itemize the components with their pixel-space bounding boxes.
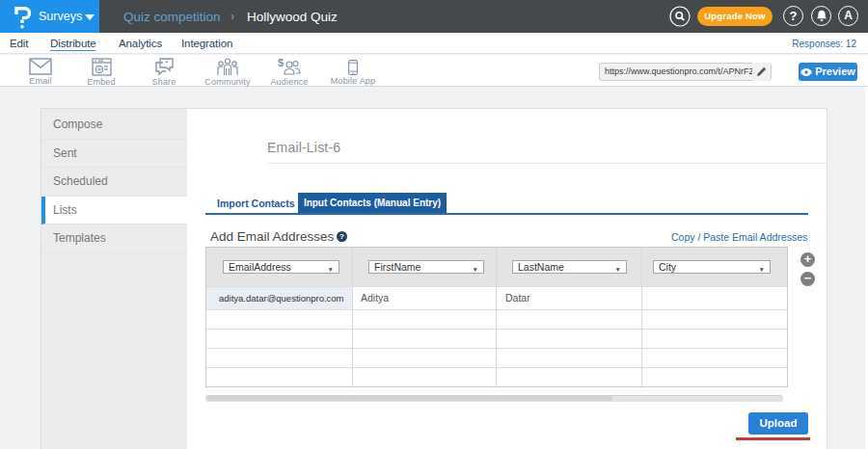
svg-text:“: “ [165,60,169,66]
svg-text:$: $ [278,58,284,68]
